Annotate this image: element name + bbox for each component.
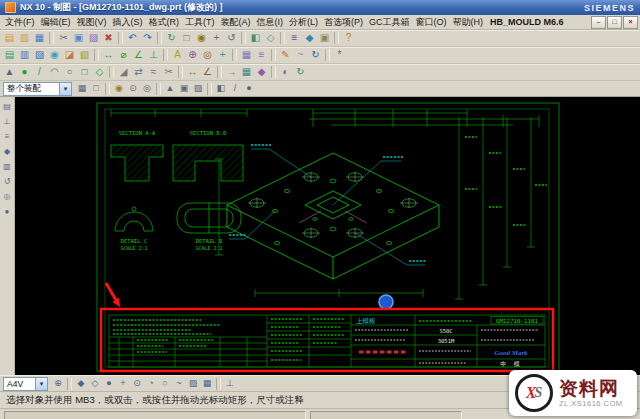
base-view-icon[interactable]: ▥ — [17, 48, 32, 62]
deselect-all-icon[interactable]: □ — [89, 82, 103, 95]
measure-distance-icon[interactable]: ↔ — [185, 65, 200, 79]
reuse-library-icon[interactable]: ◆ — [1, 146, 13, 158]
constraint-navigator-icon[interactable]: ⊥ — [1, 116, 13, 128]
filter-face-icon[interactable]: ◧ — [214, 82, 228, 95]
arc-center-snap-icon[interactable]: ⊙ — [130, 377, 144, 390]
update-views-icon[interactable]: ↻ — [308, 48, 323, 62]
top-selection-icon[interactable]: ▲ — [163, 82, 177, 95]
break-view-icon[interactable]: ▧ — [77, 48, 92, 62]
wcs-toggle-icon[interactable]: ⊥ — [223, 377, 237, 390]
select-icon[interactable]: ▲ — [2, 65, 17, 79]
line-icon[interactable]: / — [32, 65, 47, 79]
rapid-dimension-icon[interactable]: ↔ — [101, 48, 116, 62]
minimize-button[interactable]: – — [591, 16, 606, 29]
pattern-icon[interactable]: ▦ — [239, 65, 254, 79]
trim-icon[interactable]: ✂ — [161, 65, 176, 79]
history-icon[interactable]: ↺ — [1, 176, 13, 188]
endpoint-snap-icon[interactable]: ◆ — [74, 377, 88, 390]
inside-only-icon[interactable]: ▣ — [177, 82, 191, 95]
menu-item-1[interactable]: 编辑(E) — [38, 17, 74, 27]
parts-list-icon[interactable]: ≡ — [254, 48, 269, 62]
layer-settings-icon[interactable]: ≡ — [287, 31, 302, 45]
open-icon[interactable]: ▥ — [17, 31, 32, 45]
refresh-icon[interactable]: ↻ — [164, 31, 179, 45]
zoom-icon[interactable]: ◉ — [194, 31, 209, 45]
move-object-icon[interactable]: → — [224, 65, 239, 79]
rotate-view-icon[interactable]: ↺ — [224, 31, 239, 45]
magnify-region-icon[interactable]: ◎ — [140, 82, 154, 95]
mirror-icon[interactable]: ⇄ — [131, 65, 146, 79]
spline-icon[interactable]: ~ — [293, 48, 308, 62]
table-icon[interactable]: ▦ — [239, 48, 254, 62]
quadrant-snap-icon[interactable]: ◔ — [144, 377, 158, 390]
process-studio-icon[interactable]: ◎ — [1, 191, 13, 203]
midpoint-snap-icon[interactable]: ◇ — [88, 377, 102, 390]
pan-icon[interactable]: + — [209, 31, 224, 45]
roles-icon[interactable]: ● — [1, 206, 13, 218]
view-palette-icon[interactable]: ▥ — [1, 161, 13, 173]
point-on-curve-snap-icon[interactable]: ~ — [172, 377, 186, 390]
enable-snap-icon[interactable]: ⊕ — [51, 377, 65, 390]
sketch-icon[interactable]: ✎ — [278, 48, 293, 62]
offset-icon[interactable]: ≈ — [146, 65, 161, 79]
detail-view-icon[interactable]: ◉ — [47, 48, 62, 62]
center-mark-icon[interactable]: + — [215, 48, 230, 62]
crossing-icon[interactable]: ▨ — [191, 82, 205, 95]
existing-point-snap-icon[interactable]: ○ — [158, 377, 172, 390]
menu-item-9[interactable]: 首选项(P) — [321, 17, 366, 27]
cut-icon[interactable]: ✂ — [56, 31, 71, 45]
new-icon[interactable]: ▤ — [2, 31, 17, 45]
edit-style-icon[interactable]: ◆ — [254, 65, 269, 79]
close-button[interactable]: × — [623, 16, 638, 29]
sheet-dropdown[interactable]: A4V ▾ — [3, 377, 48, 391]
save-icon[interactable]: ▦ — [32, 31, 47, 45]
menu-item-3[interactable]: 插入(S) — [110, 17, 146, 27]
angular-dimension-icon[interactable]: ∠ — [131, 48, 146, 62]
point-icon[interactable]: ● — [17, 65, 32, 79]
control-point-snap-icon[interactable]: ● — [102, 377, 116, 390]
part-navigator-icon[interactable]: ≡ — [1, 131, 13, 143]
note-icon[interactable]: A — [170, 48, 185, 62]
filter-edge-icon[interactable]: / — [228, 82, 242, 95]
view-orientation-icon[interactable]: ◆ — [302, 31, 317, 45]
immediate-update-icon[interactable]: ↻ — [293, 65, 308, 79]
menu-item-10[interactable]: GC工具箱 — [366, 17, 413, 27]
selection-scope-dropdown[interactable]: 整个装配 ▾ — [3, 82, 72, 96]
redo-icon[interactable]: ↷ — [140, 31, 155, 45]
menu-item-7[interactable]: 信息(I) — [254, 17, 287, 27]
radial-dimension-icon[interactable]: ⌀ — [116, 48, 131, 62]
menu-item-4[interactable]: 格式(R) — [146, 17, 183, 27]
shaded-display-icon[interactable]: ◧ — [248, 31, 263, 45]
arc-icon[interactable]: ◠ — [47, 65, 62, 79]
menu-item-8[interactable]: 分析(L) — [286, 17, 321, 27]
bounded-grid-snap-icon[interactable]: ▦ — [200, 377, 214, 390]
fit-view-icon[interactable]: □ — [179, 31, 194, 45]
preferences-icon[interactable]: * — [332, 48, 347, 62]
menu-item-0[interactable]: 文件(F) — [2, 17, 38, 27]
graphics-window[interactable]: SECTION A-A SECTION B-B DETAIL C SCALE 2… — [15, 97, 640, 375]
chamfer-icon[interactable]: ◢ — [116, 65, 131, 79]
delete-icon[interactable]: ✖ — [101, 31, 116, 45]
command-finder-icon[interactable]: ? — [341, 31, 356, 45]
filter-vertex-icon[interactable]: ● — [242, 82, 256, 95]
point-on-surface-snap-icon[interactable]: ▨ — [186, 377, 200, 390]
snap-point-icon[interactable]: ⊙ — [126, 82, 140, 95]
menu-item-2[interactable]: 视图(V) — [74, 17, 110, 27]
show-hide-icon[interactable]: ◐ — [278, 65, 293, 79]
ordinate-dimension-icon[interactable]: ⊥ — [146, 48, 161, 62]
window-display-icon[interactable]: ▣ — [317, 31, 332, 45]
copy-icon[interactable]: ▣ — [71, 31, 86, 45]
polygon-icon[interactable]: ◇ — [92, 65, 107, 79]
menu-item-5[interactable]: 工具(T) — [182, 17, 218, 27]
section-view-icon[interactable]: ◪ — [62, 48, 77, 62]
circle-icon[interactable]: ○ — [62, 65, 77, 79]
menu-item-11[interactable]: 窗口(O) — [413, 17, 450, 27]
menu-item-6[interactable]: 装配(A) — [218, 17, 254, 27]
projected-view-icon[interactable]: ▨ — [32, 48, 47, 62]
balloon-icon[interactable]: ◎ — [200, 48, 215, 62]
restore-button[interactable]: □ — [607, 16, 622, 29]
measure-angle-icon[interactable]: ∠ — [200, 65, 215, 79]
undo-icon[interactable]: ↶ — [125, 31, 140, 45]
paste-icon[interactable]: ▨ — [86, 31, 101, 45]
wireframe-display-icon[interactable]: ◇ — [263, 31, 278, 45]
